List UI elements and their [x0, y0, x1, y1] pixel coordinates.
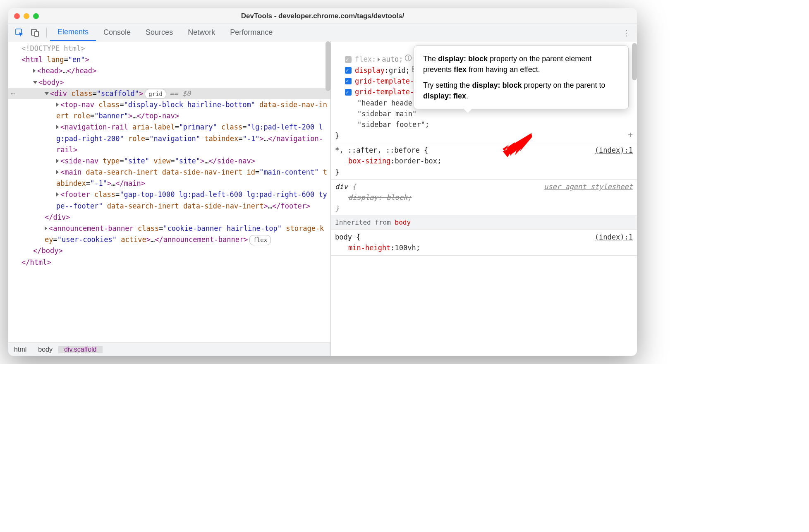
more-menu-icon[interactable]: ⋮ — [619, 28, 634, 38]
source-link[interactable]: (index):1 — [595, 232, 633, 242]
expand-icon[interactable] — [33, 69, 36, 73]
inherited-from-bar: Inherited from body — [331, 216, 637, 230]
checkbox-icon[interactable] — [345, 67, 352, 74]
expand-icon[interactable] — [56, 125, 59, 129]
collapse-icon[interactable] — [45, 92, 49, 95]
expand-icon[interactable] — [56, 103, 59, 107]
style-rule-div[interactable]: user agent stylesheet div { display: blo… — [331, 180, 637, 216]
style-rule-universal[interactable]: (index):1 *, ::after, ::before { box-siz… — [331, 143, 637, 180]
crumb-html[interactable]: html — [8, 346, 32, 353]
expand-icon[interactable] — [45, 226, 47, 230]
panel-tabs: Elements Console Sources Network Perform… — [50, 24, 280, 41]
eq0-label: == $0 — [170, 89, 191, 98]
inspect-element-icon[interactable] — [12, 26, 27, 40]
expand-icon[interactable] — [56, 159, 59, 163]
info-icon[interactable] — [404, 54, 412, 65]
doctype: <!DOCTYPE html> — [22, 44, 85, 53]
selected-node[interactable]: ⋯<div class="scaffold">grid== $0 — [8, 88, 330, 99]
grid-area-line-2: "sidebar main" — [335, 108, 633, 119]
add-rule-icon[interactable]: + — [628, 128, 633, 141]
tab-performance[interactable]: Performance — [223, 24, 280, 41]
grid-area-line-3: "sidebar footer" — [357, 120, 425, 129]
ua-stylesheet-label: user agent stylesheet — [544, 181, 633, 192]
close-window-button[interactable] — [14, 13, 20, 19]
dom-panel: <!DOCTYPE html> <html lang="en"> <head>…… — [8, 41, 331, 356]
scrollbar[interactable] — [326, 41, 330, 91]
svg-rect-5 — [408, 58, 409, 60]
toolbar-divider — [46, 28, 47, 38]
tab-network[interactable]: Network — [180, 24, 223, 41]
expand-icon[interactable] — [378, 58, 380, 62]
tab-elements[interactable]: Elements — [50, 24, 96, 41]
svg-rect-2 — [35, 31, 38, 36]
toolbar-right: ⋮ — [619, 28, 634, 38]
style-rule-body[interactable]: (index):1 body { min-height: 100vh; — [331, 230, 637, 256]
checkbox-icon[interactable] — [345, 78, 352, 84]
checkbox-icon[interactable] — [345, 56, 352, 63]
breadcrumb: html body div.scaffold — [8, 343, 330, 356]
dom-tree[interactable]: <!DOCTYPE html> <html lang="en"> <head>…… — [8, 41, 330, 343]
svg-marker-13 — [506, 142, 515, 151]
crumb-scaffold[interactable]: div.scaffold — [58, 346, 103, 353]
expand-icon[interactable] — [56, 192, 59, 197]
svg-point-4 — [408, 56, 409, 57]
collapse-icon[interactable] — [33, 81, 37, 84]
checkbox-icon[interactable] — [345, 89, 352, 96]
expand-icon[interactable] — [56, 170, 59, 174]
devtools-window: DevTools - developer.chrome.com/tags/dev… — [8, 8, 637, 356]
crumb-body[interactable]: body — [32, 346, 58, 353]
device-toolbar-icon[interactable] — [27, 26, 43, 40]
source-link[interactable]: (index):1 — [595, 145, 633, 156]
toolbar: Elements Console Sources Network Perform… — [8, 24, 637, 41]
minimize-window-button[interactable] — [24, 13, 29, 19]
tab-sources[interactable]: Sources — [138, 24, 180, 41]
titlebar: DevTools - developer.chrome.com/tags/dev… — [8, 8, 637, 24]
annotation-arrow-icon — [505, 132, 534, 157]
inherited-from-link[interactable]: body — [395, 218, 411, 226]
maximize-window-button[interactable] — [33, 13, 39, 19]
ellipsis-icon[interactable]: ⋯ — [11, 88, 15, 99]
flex-badge[interactable]: flex — [249, 235, 271, 245]
window-title: DevTools - developer.chrome.com/tags/dev… — [8, 12, 637, 20]
tab-console[interactable]: Console — [96, 24, 138, 41]
hint-tooltip: The display: block property on the paren… — [414, 46, 629, 109]
window-controls — [14, 13, 39, 19]
grid-badge[interactable]: grid — [145, 89, 166, 99]
